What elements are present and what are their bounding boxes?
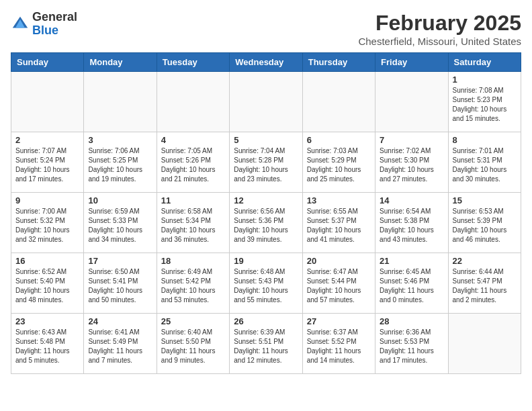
calendar-week-1: 1Sunrise: 7:08 AM Sunset: 5:23 PM Daylig… [11,72,521,132]
calendar-cell: 3Sunrise: 7:06 AM Sunset: 5:25 PM Daylig… [84,132,157,193]
calendar-cell: 17Sunrise: 6:50 AM Sunset: 5:41 PM Dayli… [84,253,157,314]
calendar-cell [375,72,448,132]
day-number: 10 [88,195,152,205]
day-number: 2 [15,135,79,145]
day-info: Sunrise: 7:07 AM Sunset: 5:24 PM Dayligh… [15,146,79,184]
day-info: Sunrise: 7:01 AM Sunset: 5:31 PM Dayligh… [453,146,517,184]
calendar-cell: 12Sunrise: 6:56 AM Sunset: 5:36 PM Dayli… [230,193,302,253]
calendar-cell: 9Sunrise: 7:00 AM Sunset: 5:32 PM Daylig… [11,193,84,253]
day-info: Sunrise: 6:36 AM Sunset: 5:53 PM Dayligh… [380,328,443,365]
day-info: Sunrise: 7:03 AM Sunset: 5:29 PM Dayligh… [307,146,371,184]
calendar-cell: 20Sunrise: 6:47 AM Sunset: 5:44 PM Dayli… [302,253,375,314]
day-number: 1 [453,75,517,85]
calendar-cell: 2Sunrise: 7:07 AM Sunset: 5:24 PM Daylig… [11,132,84,193]
day-info: Sunrise: 6:44 AM Sunset: 5:47 PM Dayligh… [453,267,517,305]
calendar-cell: 18Sunrise: 6:49 AM Sunset: 5:42 PM Dayli… [157,253,229,314]
calendar-cell: 23Sunrise: 6:43 AM Sunset: 5:48 PM Dayli… [11,314,84,374]
day-number: 15 [453,195,517,205]
calendar-cell: 16Sunrise: 6:52 AM Sunset: 5:40 PM Dayli… [11,253,84,314]
day-header-saturday: Saturday [448,53,521,72]
day-info: Sunrise: 6:54 AM Sunset: 5:38 PM Dayligh… [380,207,443,244]
calendar-cell: 4Sunrise: 7:05 AM Sunset: 5:26 PM Daylig… [157,132,229,193]
calendar-week-5: 23Sunrise: 6:43 AM Sunset: 5:48 PM Dayli… [11,314,521,374]
day-number: 7 [380,135,443,145]
day-info: Sunrise: 6:41 AM Sunset: 5:49 PM Dayligh… [88,328,152,365]
day-number: 22 [453,256,517,266]
logo-blue-text: Blue [32,24,77,38]
day-header-sunday: Sunday [11,53,84,72]
day-number: 25 [161,316,225,326]
calendar-cell: 8Sunrise: 7:01 AM Sunset: 5:31 PM Daylig… [448,132,521,193]
day-number: 18 [161,256,225,266]
calendar-cell: 15Sunrise: 6:53 AM Sunset: 5:39 PM Dayli… [448,193,521,253]
day-info: Sunrise: 7:06 AM Sunset: 5:25 PM Dayligh… [88,146,152,184]
day-number: 26 [234,316,298,326]
logo-icon [11,15,30,34]
calendar-cell: 14Sunrise: 6:54 AM Sunset: 5:38 PM Dayli… [375,193,448,253]
day-number: 23 [15,316,79,326]
day-info: Sunrise: 7:00 AM Sunset: 5:32 PM Dayligh… [15,207,79,244]
day-header-monday: Monday [84,53,157,72]
logo-general-text: General [32,11,77,24]
day-number: 11 [161,195,225,205]
day-info: Sunrise: 7:08 AM Sunset: 5:23 PM Dayligh… [453,86,517,124]
day-number: 27 [307,316,371,326]
calendar-cell: 26Sunrise: 6:39 AM Sunset: 5:51 PM Dayli… [230,314,302,374]
day-info: Sunrise: 6:43 AM Sunset: 5:48 PM Dayligh… [15,328,79,365]
day-info: Sunrise: 6:49 AM Sunset: 5:42 PM Dayligh… [161,267,225,305]
calendar-cell: 25Sunrise: 6:40 AM Sunset: 5:50 PM Dayli… [157,314,229,374]
day-info: Sunrise: 6:55 AM Sunset: 5:37 PM Dayligh… [307,207,371,244]
day-number: 8 [453,135,517,145]
calendar-cell: 1Sunrise: 7:08 AM Sunset: 5:23 PM Daylig… [448,72,521,132]
calendar-header: General Blue February 2025 Chesterfield,… [11,11,521,47]
day-header-friday: Friday [375,53,448,72]
day-number: 13 [307,195,371,205]
calendar-cell [230,72,302,132]
calendar-cell: 11Sunrise: 6:58 AM Sunset: 5:34 PM Dayli… [157,193,229,253]
calendar-cell: 5Sunrise: 7:04 AM Sunset: 5:28 PM Daylig… [230,132,302,193]
day-info: Sunrise: 6:53 AM Sunset: 5:39 PM Dayligh… [453,207,517,244]
calendar-cell [84,72,157,132]
title-area: February 2025 Chesterfield, Missouri, Un… [358,11,521,47]
day-info: Sunrise: 7:02 AM Sunset: 5:30 PM Dayligh… [380,146,443,184]
day-header-thursday: Thursday [302,53,375,72]
day-number: 20 [307,256,371,266]
calendar-cell [157,72,229,132]
calendar-cell [302,72,375,132]
calendar-cell: 10Sunrise: 6:59 AM Sunset: 5:33 PM Dayli… [84,193,157,253]
day-number: 17 [88,256,152,266]
calendar-cell: 19Sunrise: 6:48 AM Sunset: 5:43 PM Dayli… [230,253,302,314]
calendar-cell: 28Sunrise: 6:36 AM Sunset: 5:53 PM Dayli… [375,314,448,374]
day-number: 12 [234,195,298,205]
day-number: 19 [234,256,298,266]
day-info: Sunrise: 6:52 AM Sunset: 5:40 PM Dayligh… [15,267,79,305]
day-info: Sunrise: 6:56 AM Sunset: 5:36 PM Dayligh… [234,207,298,244]
logo: General Blue [11,11,77,38]
day-number: 9 [15,195,79,205]
day-info: Sunrise: 6:59 AM Sunset: 5:33 PM Dayligh… [88,207,152,244]
day-header-wednesday: Wednesday [230,53,302,72]
day-number: 4 [161,135,225,145]
day-info: Sunrise: 6:50 AM Sunset: 5:41 PM Dayligh… [88,267,152,305]
calendar-cell [11,72,84,132]
day-number: 16 [15,256,79,266]
day-number: 5 [234,135,298,145]
day-info: Sunrise: 6:37 AM Sunset: 5:52 PM Dayligh… [307,328,371,365]
day-number: 3 [88,135,152,145]
day-header-tuesday: Tuesday [157,53,229,72]
day-info: Sunrise: 7:05 AM Sunset: 5:26 PM Dayligh… [161,146,225,184]
calendar-cell: 6Sunrise: 7:03 AM Sunset: 5:29 PM Daylig… [302,132,375,193]
calendar-cell: 21Sunrise: 6:45 AM Sunset: 5:46 PM Dayli… [375,253,448,314]
calendar-week-2: 2Sunrise: 7:07 AM Sunset: 5:24 PM Daylig… [11,132,521,193]
day-info: Sunrise: 6:58 AM Sunset: 5:34 PM Dayligh… [161,207,225,244]
calendar-header-row: SundayMondayTuesdayWednesdayThursdayFrid… [11,53,521,72]
calendar-cell: 22Sunrise: 6:44 AM Sunset: 5:47 PM Dayli… [448,253,521,314]
day-info: Sunrise: 7:04 AM Sunset: 5:28 PM Dayligh… [234,146,298,184]
calendar-table: SundayMondayTuesdayWednesdayThursdayFrid… [11,52,521,374]
calendar-cell [448,314,521,374]
day-info: Sunrise: 6:47 AM Sunset: 5:44 PM Dayligh… [307,267,371,305]
calendar-week-4: 16Sunrise: 6:52 AM Sunset: 5:40 PM Dayli… [11,253,521,314]
day-number: 21 [380,256,443,266]
day-info: Sunrise: 6:40 AM Sunset: 5:50 PM Dayligh… [161,328,225,365]
calendar-cell: 24Sunrise: 6:41 AM Sunset: 5:49 PM Dayli… [84,314,157,374]
